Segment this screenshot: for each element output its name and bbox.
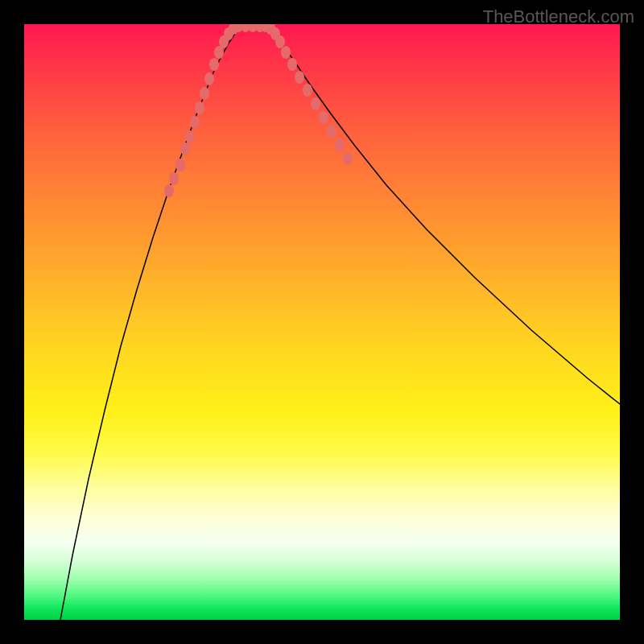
data-marker xyxy=(185,130,195,143)
curve-left-descent xyxy=(60,26,242,620)
data-marker xyxy=(319,111,328,124)
data-markers xyxy=(164,24,353,197)
data-marker xyxy=(327,125,336,138)
curve-right-ascent xyxy=(266,26,620,404)
data-marker xyxy=(281,46,291,59)
data-marker xyxy=(190,116,200,129)
chart-svg xyxy=(24,24,620,620)
data-marker xyxy=(175,159,185,171)
data-marker xyxy=(343,152,353,165)
data-marker xyxy=(164,184,174,197)
chart-plot-area xyxy=(24,24,620,620)
data-marker xyxy=(209,58,219,71)
watermark-text: TheBottleneck.com xyxy=(483,6,634,27)
data-marker xyxy=(275,35,285,48)
data-marker xyxy=(311,97,320,110)
data-marker xyxy=(200,87,209,100)
data-marker xyxy=(295,71,304,84)
data-marker xyxy=(204,72,214,85)
data-marker xyxy=(180,142,190,155)
data-marker xyxy=(195,101,204,114)
data-marker xyxy=(335,138,345,151)
data-marker xyxy=(169,172,179,185)
data-marker xyxy=(287,58,297,71)
data-marker xyxy=(303,84,312,97)
